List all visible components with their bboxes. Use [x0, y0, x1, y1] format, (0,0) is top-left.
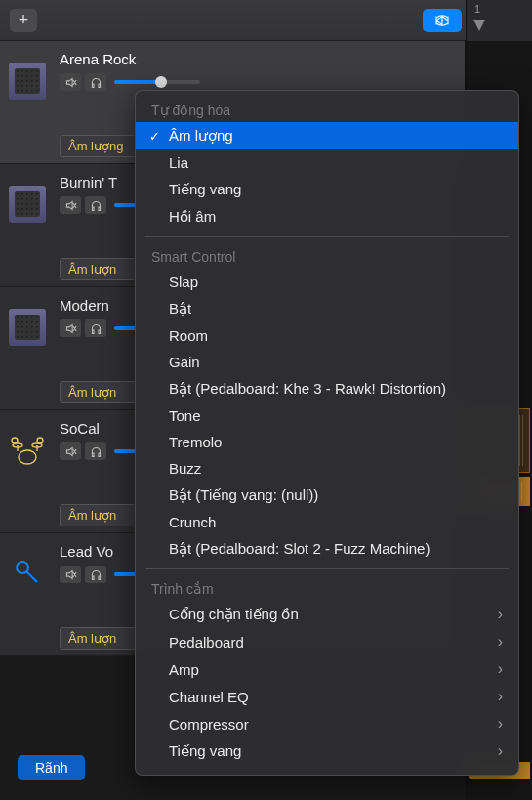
popup-item[interactable]: Tiếng vang›: [136, 737, 518, 765]
popup-item[interactable]: Tiếng vang: [136, 176, 518, 203]
mute-button[interactable]: [60, 73, 81, 91]
svg-point-6: [12, 438, 18, 443]
mute-button[interactable]: [60, 196, 81, 214]
automation-selector[interactable]: Âm lượng: [60, 135, 138, 157]
mute-icon: [64, 76, 77, 89]
headphones-icon: [90, 199, 102, 212]
popup-item[interactable]: Room: [136, 322, 518, 349]
chevron-right-icon: ›: [498, 688, 503, 705]
chevron-right-icon: ›: [498, 715, 503, 733]
popup-item[interactable]: Bật: [136, 295, 518, 322]
popup-item[interactable]: Bật (Tiếng vang: (null)): [136, 482, 518, 509]
popup-item[interactable]: Channel EQ›: [136, 683, 518, 710]
mute-icon: [64, 445, 77, 458]
solo-button[interactable]: [85, 442, 106, 460]
volume-slider[interactable]: [114, 80, 200, 84]
headphones-icon: [90, 322, 102, 335]
svg-line-9: [26, 571, 37, 582]
popup-item[interactable]: Amp›: [136, 655, 518, 683]
mute-button[interactable]: [60, 319, 81, 337]
automation-selector[interactable]: Âm lượn: [60, 627, 138, 650]
popup-item[interactable]: Bật (Pedalboard: Khe 3 - Rawk! Distortio…: [136, 375, 518, 402]
cycle-button[interactable]: [423, 9, 462, 32]
popup-item[interactable]: Âm lượng: [136, 122, 518, 149]
track-title: Arena Rock: [60, 51, 455, 67]
cycle-icon: [433, 14, 451, 27]
chevron-right-icon: ›: [498, 660, 503, 678]
automation-selector[interactable]: Âm lượn: [60, 504, 138, 526]
amp-icon: [9, 186, 46, 223]
svg-point-1: [19, 450, 36, 464]
popup-section-title: Smart Control: [136, 243, 518, 269]
solo-button[interactable]: [85, 73, 106, 91]
tracks-button[interactable]: Rãnh: [18, 755, 85, 780]
automation-selector[interactable]: Âm lượn: [60, 258, 138, 280]
mute-icon: [64, 568, 77, 581]
chevron-right-icon: ›: [498, 633, 503, 651]
svg-point-0: [441, 19, 443, 21]
mute-button[interactable]: [60, 566, 81, 583]
automation-selector[interactable]: Âm lượn: [60, 381, 138, 403]
chevron-right-icon: ›: [498, 606, 503, 623]
popup-item[interactable]: Buzz: [136, 455, 518, 482]
headphones-icon: [90, 568, 102, 581]
solo-button[interactable]: [85, 566, 106, 583]
playhead-icon[interactable]: [473, 20, 485, 31]
add-track-button[interactable]: +: [10, 9, 37, 32]
popup-item[interactable]: Pedalboard›: [136, 628, 518, 655]
popup-section-title: Trình cắm: [136, 575, 518, 601]
mute-icon: [64, 322, 77, 335]
headphones-icon: [90, 76, 102, 89]
popup-item[interactable]: Tremolo: [136, 429, 518, 455]
solo-button[interactable]: [85, 196, 106, 214]
microphone-icon: [9, 555, 46, 592]
headphones-icon: [90, 445, 102, 458]
popup-item[interactable]: Lia: [136, 149, 518, 176]
toolbar: + 1: [0, 0, 532, 41]
popup-item[interactable]: Cổng chặn tiếng ồn›: [136, 601, 518, 628]
popup-item[interactable]: Crunch: [136, 509, 518, 535]
popup-item[interactable]: Compressor›: [136, 710, 518, 737]
popup-item[interactable]: Bật (Pedalboard: Slot 2 - Fuzz Machine): [136, 535, 518, 563]
drumkit-icon: [9, 432, 46, 469]
popup-section-title: Tự động hóa: [136, 97, 518, 122]
amp-icon: [9, 63, 46, 100]
plus-icon: +: [19, 10, 29, 30]
solo-button[interactable]: [85, 319, 106, 337]
chevron-right-icon: ›: [498, 742, 503, 760]
ruler-tick-label: 1: [474, 3, 480, 15]
popup-item[interactable]: Gain: [136, 349, 518, 375]
mute-button[interactable]: [60, 442, 81, 460]
popup-item[interactable]: Hồi âm: [136, 203, 518, 231]
amp-icon: [9, 309, 46, 346]
popup-item[interactable]: Tone: [136, 402, 518, 429]
ruler[interactable]: 1: [466, 0, 532, 41]
popup-item[interactable]: Slap: [136, 269, 518, 295]
svg-point-7: [37, 438, 43, 443]
mute-icon: [64, 199, 77, 212]
automation-popup: Tự động hóa Âm lượng Lia Tiếng vang Hồi …: [135, 90, 519, 776]
